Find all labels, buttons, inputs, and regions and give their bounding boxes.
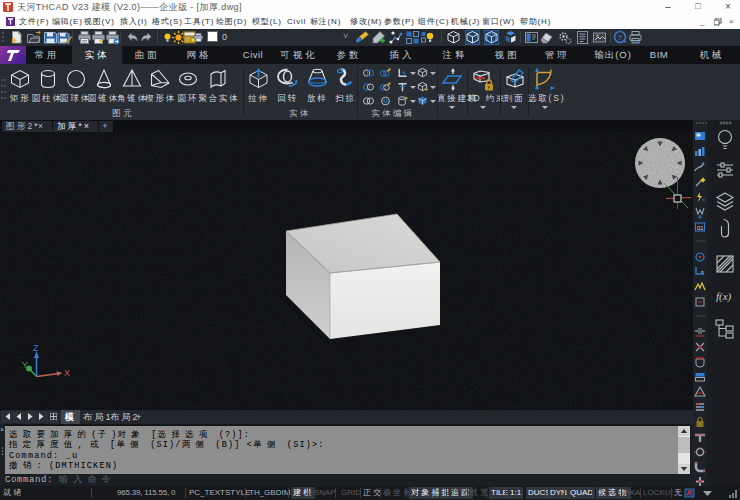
svg-text:f(x): f(x) — [716, 290, 732, 303]
svg-text:Y: Y — [22, 360, 28, 370]
svg-text:×: × — [0, 426, 4, 433]
svg-text:Z: Z — [33, 343, 39, 353]
svg-text:01: 01 — [697, 225, 704, 231]
svg-text:X: X — [64, 368, 70, 378]
